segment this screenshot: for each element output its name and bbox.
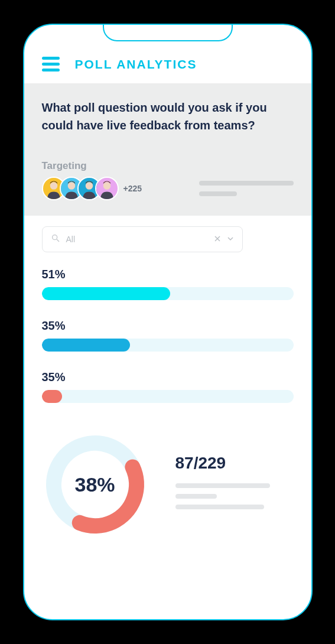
completion-percent: 38%	[42, 431, 148, 538]
completion-stats: 38% 87/229	[24, 431, 311, 538]
completion-donut: 38%	[42, 431, 148, 538]
result-percent: 35%	[42, 319, 294, 333]
results-bars: 51% 35% 35%	[24, 252, 311, 403]
chevron-down-icon[interactable]	[227, 235, 234, 244]
completion-placeholder-lines	[175, 483, 270, 515]
bar-track	[42, 390, 294, 403]
result-bar: 35%	[42, 370, 294, 403]
svg-line-9	[57, 239, 59, 242]
targeting-more-count: +225	[123, 184, 142, 193]
targeting-row: +225	[42, 177, 294, 200]
result-percent: 51%	[42, 268, 294, 281]
svg-point-3	[67, 182, 75, 190]
menu-icon[interactable]	[42, 57, 60, 71]
bar-fill	[42, 390, 62, 403]
result-percent: 35%	[42, 370, 294, 384]
clear-icon[interactable]	[214, 235, 221, 244]
targeting-label: Targeting	[42, 160, 294, 172]
search-icon	[51, 233, 60, 245]
completion-ratio: 87/229	[175, 454, 270, 473]
filter-value: All	[66, 235, 209, 244]
result-bar: 35%	[42, 319, 294, 352]
svg-point-5	[85, 182, 93, 190]
svg-point-8	[52, 235, 57, 240]
page-title: POLL ANALYTICS	[75, 57, 197, 71]
bar-fill	[42, 287, 170, 300]
svg-point-1	[50, 182, 57, 190]
bar-fill	[42, 339, 130, 352]
question-block: What poll question would you ask if you …	[24, 83, 311, 216]
targeting-placeholder-lines	[199, 181, 294, 196]
poll-question: What poll question would you ask if you …	[42, 99, 294, 134]
screen: POLL ANALYTICS What poll question would …	[24, 43, 311, 619]
result-bar: 51%	[42, 268, 294, 300]
header: POLL ANALYTICS	[24, 43, 311, 83]
avatar-stack[interactable]	[42, 177, 119, 200]
filter-select[interactable]: All	[42, 226, 243, 252]
bar-track	[42, 287, 294, 300]
svg-point-7	[103, 182, 110, 190]
bar-track	[42, 339, 294, 352]
phone-notch	[103, 24, 233, 41]
phone-frame: POLL ANALYTICS What poll question would …	[23, 24, 313, 620]
avatar[interactable]	[95, 177, 119, 200]
